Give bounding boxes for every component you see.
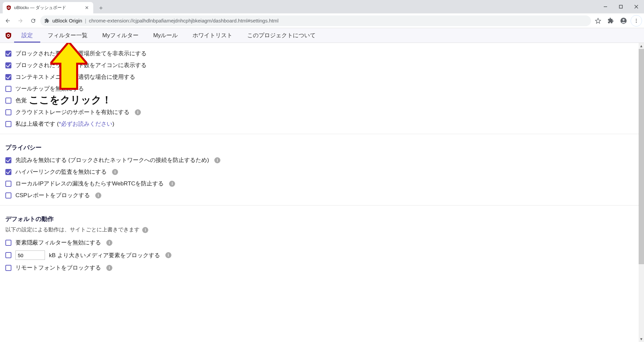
info-icon[interactable]: i <box>214 157 220 163</box>
info-icon[interactable]: i <box>142 227 148 233</box>
setting-label: ツールチップを無効にする <box>15 85 84 93</box>
info-icon[interactable]: i <box>95 192 101 198</box>
back-button[interactable] <box>2 15 13 26</box>
checkbox[interactable] <box>5 181 11 187</box>
setting-collapse-blocked: ブロックされた要素の設置場所全てを非表示にする <box>0 48 644 59</box>
setting-cloud-storage: クラウドストレージのサポートを有効にする i <box>0 106 644 118</box>
checkbox[interactable] <box>5 157 11 163</box>
required-reading-link[interactable]: *必ずお読みください <box>59 121 112 127</box>
tab-filter-lists[interactable]: フィルター一覧 <box>40 28 95 43</box>
privacy-block-csp: CSPレポートをブロックする i <box>0 189 644 201</box>
extensions-icon[interactable] <box>605 15 616 26</box>
minimize-button[interactable] <box>598 0 613 13</box>
address-origin: uBlock Origin <box>52 18 82 23</box>
browser-tabstrip: uBlock₀ — ダッシュボード ✕ ＋ <box>0 0 644 13</box>
setting-label: リモートフォントをブロックする <box>15 264 101 272</box>
scroll-thumb[interactable] <box>639 49 644 264</box>
setting-label: 要素隠蔽フィルターを無効にする <box>15 239 101 246</box>
large-media-size-input[interactable] <box>15 250 45 260</box>
setting-label: クラウドストレージのサポートを有効にする <box>15 108 129 116</box>
defaults-heading: デフォルトの動作 <box>0 210 644 226</box>
setting-context-menu: コンテキストメニューを適切な場合に使用する <box>0 71 644 83</box>
tab-about[interactable]: このプロジェクトについて <box>240 28 323 43</box>
setting-advanced-user: 私は上級者です (*必ずお読みください) <box>0 118 644 130</box>
close-window-button[interactable] <box>629 0 644 13</box>
checkbox[interactable] <box>5 240 11 246</box>
browser-tab-title: uBlock₀ — ダッシュボード <box>14 5 81 11</box>
profile-icon[interactable] <box>618 15 629 26</box>
checkbox[interactable] <box>5 86 11 92</box>
svg-point-8 <box>636 19 637 20</box>
setting-label: 色覚 <box>15 97 27 104</box>
checkbox[interactable] <box>5 252 11 258</box>
dashboard-tabs: 設定 フィルター一覧 Myフィルター Myルール ホワイトリスト このプロジェク… <box>0 28 644 43</box>
scrollbar[interactable]: ▲ ▼ <box>639 43 644 342</box>
scroll-down-icon[interactable]: ▼ <box>639 336 644 342</box>
address-path: chrome-extension://cjpalhdlnbpafiamejdnh… <box>89 18 278 23</box>
browser-tab[interactable]: uBlock₀ — ダッシュボード ✕ <box>3 2 93 13</box>
close-tab-icon[interactable]: ✕ <box>84 5 90 10</box>
checkbox[interactable] <box>5 192 11 198</box>
checkbox[interactable] <box>5 169 11 175</box>
default-disable-cosmetic: 要素隠蔽フィルターを無効にする i <box>0 237 644 248</box>
tab-whitelist[interactable]: ホワイトリスト <box>185 28 240 43</box>
annotation-text: ここをクリック！ <box>28 93 113 107</box>
privacy-heading: プライバシー <box>0 138 644 154</box>
setting-label: CSPレポートをブロックする <box>15 191 90 199</box>
checkbox[interactable] <box>5 62 11 68</box>
settings-panel: ブロックされた要素の設置場所全てを非表示にする ブロックされたリクエスト数をアイ… <box>0 43 644 342</box>
setting-label: 先読みを無効にする (ブロックされたネットワークへの接続を防止するため) <box>15 156 209 164</box>
info-icon[interactable]: i <box>165 252 171 258</box>
divider <box>0 205 644 206</box>
divider <box>0 134 644 134</box>
browser-toolbar: uBlock Origin | chrome-extension://cjpal… <box>0 13 644 28</box>
setting-label: ハイパーリンクの監査を無効にする <box>15 168 107 176</box>
setting-label: ブロックされたリクエスト数をアイコンに表示する <box>15 61 147 69</box>
reload-button[interactable] <box>28 15 39 26</box>
setting-show-count-icon: ブロックされたリクエスト数をアイコンに表示する <box>0 59 644 71</box>
svg-point-10 <box>636 22 637 23</box>
checkbox[interactable] <box>5 51 11 57</box>
checkbox[interactable] <box>5 109 11 115</box>
new-tab-button[interactable]: ＋ <box>96 3 106 13</box>
info-icon[interactable]: i <box>135 109 141 115</box>
tab-my-filters[interactable]: Myフィルター <box>95 28 146 43</box>
window-controls <box>598 0 644 13</box>
svg-point-7 <box>623 19 625 21</box>
chrome-menu-icon[interactable] <box>631 15 642 26</box>
info-icon[interactable]: i <box>106 265 112 271</box>
ublock-logo-icon <box>3 28 14 43</box>
default-block-remote-fonts: リモートフォントをブロックする i <box>0 262 644 274</box>
svg-point-1 <box>8 7 9 8</box>
address-bar[interactable]: uBlock Origin | chrome-extension://cjpal… <box>40 15 591 26</box>
tab-settings[interactable]: 設定 <box>14 28 40 43</box>
privacy-disable-prefetch: 先読みを無効にする (ブロックされたネットワークへの接続を防止するため) i <box>0 154 644 166</box>
svg-point-9 <box>636 20 637 21</box>
forward-button[interactable] <box>15 15 26 26</box>
setting-label: ローカルIPアドレスの漏洩をもたらすWebRTCを防止する <box>15 180 164 187</box>
privacy-disable-hyperlink-auditing: ハイパーリンクの監査を無効にする i <box>0 166 644 178</box>
setting-label: ブロックされた要素の設置場所全てを非表示にする <box>15 50 147 57</box>
checkbox[interactable] <box>5 74 11 80</box>
checkbox[interactable] <box>5 98 11 104</box>
svg-rect-3 <box>620 5 623 8</box>
checkbox[interactable] <box>5 121 11 127</box>
setting-label: kB より大きいメディア要素をブロックする <box>49 251 160 259</box>
tab-my-rules[interactable]: Myルール <box>146 28 185 43</box>
privacy-webrtc: ローカルIPアドレスの漏洩をもたらすWebRTCを防止する i <box>0 178 644 189</box>
setting-label: コンテキストメニューを適切な場合に使用する <box>15 73 135 81</box>
maximize-button[interactable] <box>613 0 629 13</box>
scroll-up-icon[interactable]: ▲ <box>639 43 644 49</box>
checkbox[interactable] <box>5 265 11 271</box>
info-icon[interactable]: i <box>112 169 118 175</box>
setting-disable-tooltips: ツールチップを無効にする <box>0 83 644 95</box>
default-block-large-media: kB より大きいメディア要素をブロックする i <box>0 248 644 262</box>
ublock-favicon <box>6 5 11 10</box>
svg-point-12 <box>8 35 9 36</box>
info-icon[interactable]: i <box>106 240 112 246</box>
defaults-subtext: 以下の設定による動作は、サイトごとに上書きできます i <box>0 226 644 237</box>
bookmark-star-icon[interactable] <box>592 15 604 26</box>
info-icon[interactable]: i <box>169 181 175 187</box>
extension-icon <box>44 18 50 23</box>
